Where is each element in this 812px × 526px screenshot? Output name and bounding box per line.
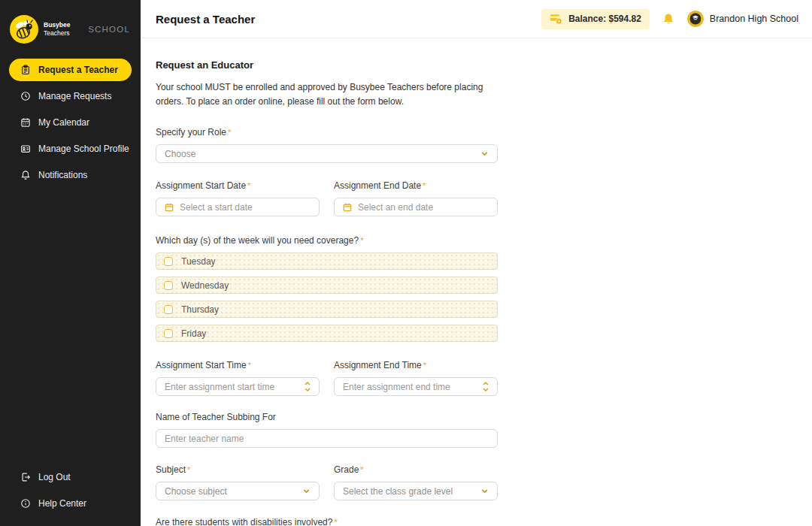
notification-bell-button[interactable] bbox=[662, 13, 674, 26]
required-marker: * bbox=[247, 181, 250, 190]
required-marker: * bbox=[423, 181, 426, 190]
field-label: Assignment End Time* bbox=[334, 360, 498, 370]
option-label: Thursday bbox=[181, 304, 219, 315]
brand-logo[interactable]: Busybee Teachers SCHOOL bbox=[0, 0, 141, 59]
grade-select[interactable]: Select the class grade level bbox=[334, 482, 498, 500]
portal-label: SCHOOL bbox=[88, 25, 130, 34]
checkbox-option-thursday[interactable]: Thursday bbox=[156, 301, 498, 318]
main-area: Request a Teacher Balance: $594.82 bbox=[141, 0, 812, 526]
field-label: Subject* bbox=[156, 464, 320, 475]
field-subject: Subject* Choose subject bbox=[156, 464, 320, 500]
sidebar: Busybee Teachers SCHOOL Request a Teache… bbox=[0, 0, 141, 526]
grade-select-value: Select the class grade level bbox=[343, 486, 453, 497]
sidebar-item-label: My Calendar bbox=[38, 117, 89, 128]
end-date-input[interactable] bbox=[358, 202, 489, 213]
start-time-input[interactable] bbox=[165, 382, 304, 392]
sidebar-item-notifications[interactable]: Notifications bbox=[9, 164, 132, 186]
field-label: Which day (s) of the week will you need … bbox=[156, 235, 812, 246]
subject-grade-fields: Subject* Choose subject Grade* Select th… bbox=[156, 464, 812, 500]
wallet-add-icon bbox=[550, 14, 562, 25]
subject-select[interactable]: Choose subject bbox=[156, 482, 320, 500]
field-label: Assignment Start Time* bbox=[156, 360, 320, 370]
field-start-date: Assignment Start Date* bbox=[156, 180, 320, 216]
sidebar-item-log-out[interactable]: Log Out bbox=[9, 466, 132, 488]
account-menu[interactable]: Brandon High School bbox=[687, 11, 798, 27]
time-stepper[interactable] bbox=[304, 382, 311, 391]
form-intro: Your school MUST be enrolled and approve… bbox=[156, 80, 503, 109]
field-label: Grade* bbox=[334, 464, 498, 475]
required-marker: * bbox=[360, 465, 363, 474]
sidebar-item-label: Log Out bbox=[38, 472, 71, 482]
required-marker: * bbox=[248, 361, 251, 370]
option-label: Wednesday bbox=[181, 280, 229, 291]
sidebar-item-my-calendar[interactable]: My Calendar bbox=[9, 111, 132, 134]
page-title: Request a Teacher bbox=[156, 13, 255, 26]
coverage-options: Tuesday Wednesday Thursday Friday bbox=[156, 252, 812, 342]
sidebar-item-help-center[interactable]: Help Center bbox=[9, 492, 132, 515]
sidebar-item-label: Notifications bbox=[38, 170, 87, 180]
chevron-down-icon bbox=[480, 150, 489, 158]
clipboard-icon bbox=[20, 65, 31, 75]
calendar-icon bbox=[165, 203, 174, 212]
topbar: Request a Teacher Balance: $594.82 bbox=[141, 0, 812, 38]
balance-label: Balance: $594.82 bbox=[568, 14, 641, 24]
time-stepper[interactable] bbox=[483, 382, 489, 391]
time-fields: Assignment Start Time* Assignment End Ti… bbox=[156, 360, 812, 396]
field-coverage-days: Which day (s) of the week will you need … bbox=[156, 235, 812, 342]
required-marker: * bbox=[187, 465, 190, 474]
brand-name: Busybee Teachers bbox=[44, 21, 70, 38]
history-icon bbox=[20, 91, 31, 101]
help-icon bbox=[20, 498, 31, 509]
field-teacher-name: Name of Teacher Subbing For bbox=[156, 412, 812, 448]
field-role: Specify your Role* Choose bbox=[156, 127, 812, 163]
id-card-icon bbox=[20, 144, 31, 154]
field-start-time: Assignment Start Time* bbox=[156, 360, 320, 396]
required-marker: * bbox=[360, 236, 363, 245]
bell-icon bbox=[662, 13, 674, 26]
role-select[interactable]: Choose bbox=[156, 144, 498, 163]
end-time-input[interactable] bbox=[343, 382, 483, 392]
field-label: Are there students with disabilities inv… bbox=[156, 517, 812, 526]
field-label: Assignment End Date* bbox=[334, 180, 498, 191]
balance-badge[interactable]: Balance: $594.82 bbox=[541, 9, 650, 29]
field-grade: Grade* Select the class grade level bbox=[334, 464, 498, 500]
teacher-name-input-wrap bbox=[156, 429, 498, 448]
required-marker: * bbox=[423, 361, 426, 370]
checkbox-icon bbox=[164, 329, 173, 338]
sidebar-item-label: Help Center bbox=[38, 498, 86, 509]
field-label: Specify your Role* bbox=[156, 127, 812, 138]
checkbox-option-wednesday[interactable]: Wednesday bbox=[156, 277, 498, 294]
required-marker: * bbox=[334, 518, 337, 526]
sidebar-item-label: Request a Teacher bbox=[38, 65, 118, 75]
option-label: Friday bbox=[181, 328, 206, 339]
start-date-input[interactable] bbox=[180, 202, 311, 213]
topbar-right: Balance: $594.82 Brandon Hi bbox=[541, 9, 798, 29]
chevron-down-icon bbox=[480, 487, 489, 495]
sidebar-nav: Request a Teacher Manage Requests My Cal… bbox=[0, 59, 141, 190]
checkbox-option-tuesday[interactable]: Tuesday bbox=[156, 252, 498, 270]
start-date-input-wrap bbox=[156, 198, 320, 216]
end-date-input-wrap bbox=[334, 198, 498, 216]
subject-select-value: Choose subject bbox=[165, 486, 227, 497]
role-select-value: Choose bbox=[165, 149, 195, 159]
date-fields: Assignment Start Date* Assignment End Da… bbox=[156, 180, 812, 216]
busybee-logo-icon bbox=[10, 15, 38, 44]
chevron-down-icon bbox=[302, 487, 311, 495]
checkbox-icon bbox=[164, 257, 173, 266]
sidebar-item-manage-school-profile[interactable]: Manage School Profile bbox=[9, 138, 132, 160]
request-form: Request an Educator Your school MUST be … bbox=[141, 38, 812, 526]
checkbox-icon bbox=[164, 281, 173, 290]
option-label: Tuesday bbox=[181, 256, 216, 267]
bell-icon bbox=[20, 170, 31, 180]
calendar-icon bbox=[20, 117, 31, 128]
field-end-date: Assignment End Date* bbox=[334, 180, 498, 216]
sidebar-item-label: Manage School Profile bbox=[38, 144, 129, 154]
teacher-name-input[interactable] bbox=[165, 434, 489, 444]
sidebar-footer: Log Out Help Center bbox=[0, 466, 141, 526]
school-name: Brandon High School bbox=[710, 14, 798, 24]
sidebar-item-request-a-teacher[interactable]: Request a Teacher bbox=[9, 59, 132, 81]
field-end-time: Assignment End Time* bbox=[334, 360, 498, 396]
sidebar-item-manage-requests[interactable]: Manage Requests bbox=[9, 85, 132, 107]
field-label: Name of Teacher Subbing For bbox=[156, 412, 812, 422]
checkbox-option-friday[interactable]: Friday bbox=[156, 325, 498, 342]
